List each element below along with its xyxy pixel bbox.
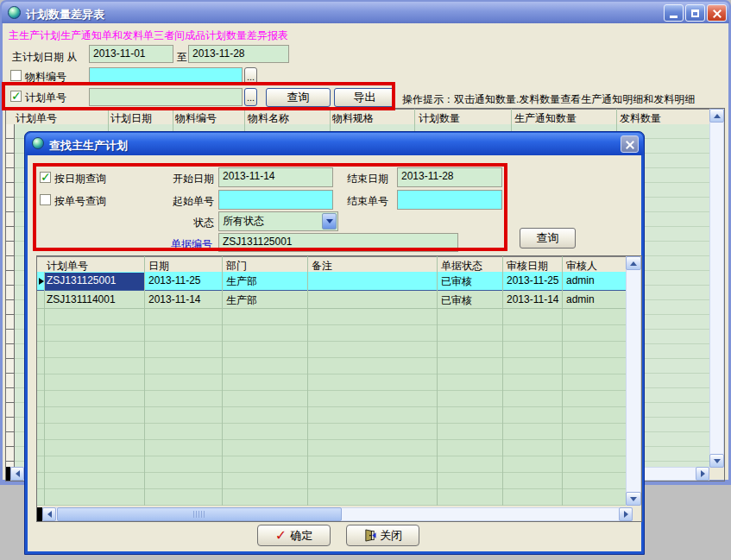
plan-date-to-input[interactable]: 2013-11-28 [188, 45, 289, 63]
cell-date[interactable]: 2013-11-14 [148, 293, 201, 305]
red-check-icon: ✓ [275, 527, 287, 544]
cell-status[interactable]: 已审核 [441, 293, 472, 308]
close-icon [712, 9, 722, 18]
grid-line [222, 256, 223, 506]
dialog-close-icon [625, 140, 634, 149]
arrow-down-icon [714, 459, 721, 463]
export-button[interactable]: 导出 [334, 88, 395, 107]
operation-tip: 操作提示：双击通知数量.发料数量查看生产通知明细和发料明细 [402, 92, 695, 107]
doc-no-label: 单据编号 [171, 237, 212, 252]
table-row-selected[interactable]: ZSJ131125001 2013-11-25 生产部 已审核 2013-11-… [37, 272, 626, 291]
dialog-scroll-up-button[interactable] [626, 256, 641, 270]
by-number-label: 按单号查询 [54, 194, 106, 209]
grid-line [502, 256, 503, 506]
grid-line [562, 256, 563, 506]
close-dialog-button[interactable]: 关闭 [346, 525, 419, 546]
plan-date-from-input[interactable]: 2013-11-01 [89, 45, 173, 63]
ok-button[interactable]: ✓ 确定 [257, 525, 331, 546]
material-input[interactable] [89, 67, 243, 85]
material-label: 物料编号 [25, 70, 66, 85]
material-browse-button[interactable]: ... [244, 67, 257, 85]
minimize-button[interactable] [664, 4, 684, 22]
report-subtitle: 主生产计划生产通知单和发料单三者间成品计划数量差异报表 [9, 28, 288, 43]
close-button[interactable] [707, 4, 727, 22]
exit-door-icon [363, 529, 376, 542]
arrow-right-icon [624, 511, 628, 518]
doc-no-input[interactable]: ZSJ131125001 [218, 233, 458, 252]
plan-no-browse-button[interactable]: ... [244, 88, 257, 106]
status-combobox[interactable]: 所有状态 [218, 211, 338, 231]
plan-no-checkbox[interactable] [10, 91, 22, 102]
dialog-scroll-right-button[interactable] [619, 507, 633, 521]
cell-plan-no[interactable]: ZSJ131114001 [47, 293, 116, 305]
by-number-checkbox[interactable] [40, 194, 51, 205]
arrow-down-icon [630, 497, 637, 501]
grid-line [144, 256, 145, 506]
grid-line [44, 272, 45, 506]
by-date-label: 按日期查询 [54, 172, 106, 186]
cell-auditor[interactable]: admin [566, 293, 595, 305]
main-query-button[interactable]: 查询 [266, 88, 331, 107]
dialog-close-button[interactable] [621, 135, 639, 153]
to-label: 至 [177, 50, 187, 65]
plan-date-label: 主计划日期 从 [12, 50, 77, 65]
minimize-icon [670, 16, 677, 18]
start-date-input[interactable]: 2013-11-14 [218, 167, 333, 187]
combo-dropdown-button[interactable] [322, 213, 337, 230]
cell-plan-no[interactable]: ZSJ131125001 [44, 273, 144, 290]
main-scroll-right-button[interactable] [696, 467, 709, 481]
find-plan-dialog: 查找主生产计划 按日期查询 开始日期 2013-11-14 结束日期 2013-… [24, 131, 645, 555]
arrow-left-icon [16, 470, 20, 477]
dialog-scroll-down-button[interactable] [626, 492, 641, 506]
end-date-label: 结束日期 [347, 172, 388, 186]
main-window-title: 计划数量差异表 [26, 7, 104, 22]
arrow-right-icon [701, 470, 705, 477]
table-row[interactable]: ZSJ131114001 2013-11-14 生产部 已审核 2013-11-… [37, 291, 626, 309]
arrow-left-icon [47, 511, 52, 518]
main-grid-row-indicator-column [6, 124, 15, 467]
material-checkbox[interactable] [10, 70, 22, 81]
close-button-label: 关闭 [380, 528, 402, 544]
arrow-up-icon [714, 114, 721, 118]
end-no-input[interactable] [397, 190, 502, 210]
cell-audit-date[interactable]: 2013-11-14 [507, 293, 559, 305]
arrow-up-icon [630, 261, 637, 266]
cell-dept[interactable]: 生产部 [226, 293, 257, 308]
dialog-title: 查找主生产计划 [49, 138, 128, 154]
app-sphere-icon [8, 6, 21, 19]
dialog-sphere-icon [32, 137, 44, 149]
grid-line [307, 256, 308, 506]
ok-button-label: 确定 [290, 528, 312, 544]
main-scroll-up-button[interactable] [709, 109, 724, 123]
main-vertical-scrollbar[interactable] [709, 109, 724, 468]
start-no-input[interactable] [218, 190, 333, 210]
status-value: 所有状态 [223, 215, 264, 227]
plan-no-label: 计划单号 [25, 91, 66, 105]
thumb-grip [193, 511, 205, 518]
dialog-vertical-scrollbar[interactable] [626, 256, 641, 506]
maximize-icon [691, 9, 699, 17]
end-no-label: 结束单号 [347, 194, 388, 209]
cell-dept[interactable]: 生产部 [226, 274, 257, 289]
dialog-scroll-left-button[interactable] [42, 507, 56, 521]
grid-line [437, 256, 438, 506]
start-no-label: 起始单号 [173, 194, 214, 209]
dialog-scrollbar-thumb[interactable] [57, 507, 342, 521]
dialog-titlebar[interactable]: 查找主生产计划 [26, 133, 643, 155]
cell-date[interactable]: 2013-11-25 [148, 274, 201, 286]
dialog-query-button[interactable]: 查询 [520, 228, 576, 249]
cell-status[interactable]: 已审核 [441, 274, 472, 289]
by-date-checkbox[interactable] [40, 172, 51, 183]
maximize-button[interactable] [685, 4, 705, 22]
chevron-down-icon [326, 219, 333, 223]
status-label: 状态 [193, 216, 214, 230]
plan-no-input[interactable] [89, 88, 243, 106]
dialog-grid-body [37, 309, 626, 506]
main-scroll-down-button[interactable] [709, 454, 724, 468]
start-date-label: 开始日期 [173, 172, 214, 186]
main-scroll-left-button[interactable] [10, 467, 24, 481]
cell-audit-date[interactable]: 2013-11-25 [507, 274, 559, 286]
end-date-input[interactable]: 2013-11-28 [397, 167, 502, 187]
main-window-titlebar[interactable]: 计划数量差异表 [2, 2, 729, 23]
cell-auditor[interactable]: admin [566, 274, 595, 286]
